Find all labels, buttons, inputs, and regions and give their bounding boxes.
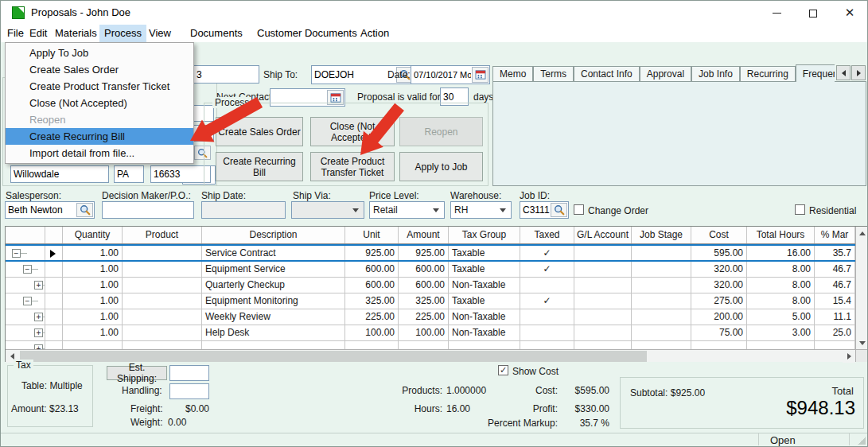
cell-tax-group[interactable]: Taxable bbox=[449, 262, 520, 277]
create-recurring-bill-button[interactable]: Create Recurring Bill bbox=[216, 152, 303, 181]
tree-cell[interactable]: + bbox=[6, 309, 45, 325]
cell-quantity[interactable] bbox=[63, 341, 123, 349]
cell-unit[interactable] bbox=[345, 341, 399, 349]
date-field[interactable] bbox=[411, 65, 490, 84]
cell-unit[interactable]: 100.00 bbox=[345, 325, 399, 340]
cell-taxed[interactable]: ✓ bbox=[520, 246, 574, 260]
menu-item-reopen[interactable]: Reopen bbox=[6, 111, 193, 128]
cell-amount[interactable]: 325.00 bbox=[399, 293, 449, 309]
cell-taxed[interactable] bbox=[520, 309, 574, 325]
salesperson-field[interactable] bbox=[5, 201, 95, 219]
cell-job-stage[interactable] bbox=[632, 309, 691, 325]
column-header[interactable]: Quantity bbox=[63, 227, 123, 243]
tree-cell[interactable]: + bbox=[6, 341, 45, 349]
vertical-scrollbar[interactable] bbox=[855, 227, 868, 349]
apply-to-job-button[interactable]: Apply to Job bbox=[399, 152, 483, 181]
column-header[interactable]: Cost bbox=[691, 227, 747, 243]
cell-total-hours[interactable]: 5.00 bbox=[747, 309, 815, 325]
cell-quantity[interactable]: 1.00 bbox=[63, 278, 123, 293]
column-header[interactable]: Product bbox=[123, 227, 202, 243]
cell-margin[interactable]: 15.4 bbox=[815, 293, 855, 309]
cell-job-stage[interactable] bbox=[632, 325, 691, 340]
cell-total-hours[interactable]: 16.00 bbox=[747, 246, 815, 260]
cell-gl-account[interactable] bbox=[574, 293, 632, 309]
cell-cost[interactable]: 320.00 bbox=[691, 262, 747, 277]
ship-to-input[interactable] bbox=[312, 66, 395, 84]
cell-amount[interactable]: 100.00 bbox=[399, 325, 449, 340]
table-row[interactable]: −1.00Equipment Service600.00600.00Taxabl… bbox=[6, 262, 855, 278]
menu-process[interactable]: Process bbox=[99, 25, 146, 42]
salesperson-input[interactable] bbox=[6, 202, 77, 218]
table-row[interactable]: +1.00Weekly Review225.00225.00Non-Taxabl… bbox=[6, 309, 855, 325]
column-header[interactable]: Tax Group bbox=[449, 227, 520, 243]
column-header[interactable]: Description bbox=[202, 227, 345, 243]
zip-field[interactable] bbox=[150, 165, 211, 183]
menu-item-apply-to-job[interactable]: Apply To Job bbox=[6, 45, 193, 61]
cell-amount[interactable]: 925.00 bbox=[399, 246, 449, 260]
cell-margin[interactable]: 46.7 bbox=[815, 262, 855, 277]
cell-total-hours[interactable]: 3.00 bbox=[747, 325, 815, 340]
scroll-down-icon[interactable] bbox=[856, 336, 868, 349]
tree-cell[interactable]: − bbox=[6, 293, 45, 309]
zip-input[interactable] bbox=[151, 166, 210, 182]
tree-cell[interactable]: − bbox=[6, 246, 45, 260]
state-input[interactable] bbox=[115, 166, 143, 182]
date-input[interactable] bbox=[411, 66, 473, 84]
city-field[interactable] bbox=[10, 165, 109, 183]
cell-margin[interactable]: 46.7 bbox=[815, 278, 855, 293]
column-header[interactable] bbox=[6, 227, 45, 243]
cell-cost[interactable]: 595.00 bbox=[691, 246, 747, 260]
cell-tax-group[interactable] bbox=[449, 341, 520, 349]
tab-memo[interactable]: Memo bbox=[492, 66, 533, 82]
handling-input[interactable] bbox=[170, 384, 208, 398]
cell-quantity[interactable]: 1.00 bbox=[63, 293, 123, 309]
maximize-button[interactable] bbox=[795, 1, 831, 25]
cell-margin[interactable]: 35.7 bbox=[815, 246, 855, 260]
column-header[interactable]: Total Hours bbox=[747, 227, 815, 243]
tab-scroll-left-icon[interactable] bbox=[836, 65, 850, 80]
tab-contact-info[interactable]: Contact Info bbox=[574, 66, 640, 82]
cell-margin[interactable]: 25.0 bbox=[815, 325, 855, 340]
row-selector[interactable] bbox=[45, 278, 63, 293]
cell-tax-group[interactable]: Non-Taxable bbox=[449, 309, 520, 325]
search-icon[interactable] bbox=[551, 203, 567, 217]
cell-cost[interactable]: 275.00 bbox=[691, 293, 747, 309]
cell-product[interactable] bbox=[123, 309, 202, 325]
decision-maker-field[interactable] bbox=[102, 201, 194, 219]
cell-quantity[interactable]: 1.00 bbox=[63, 309, 123, 325]
cell-taxed[interactable]: ✓ bbox=[520, 262, 574, 277]
menu-customer-documents[interactable]: Customer Documents bbox=[252, 25, 362, 42]
cell-cost[interactable]: 320.00 bbox=[691, 278, 747, 293]
cell-unit[interactable]: 925.00 bbox=[345, 246, 399, 260]
cell-cost[interactable]: 200.00 bbox=[691, 309, 747, 325]
state-field[interactable] bbox=[114, 165, 144, 183]
cell-description[interactable] bbox=[202, 341, 345, 349]
tab-frequency[interactable]: Frequency bbox=[796, 64, 835, 82]
column-header[interactable]: Job Stage bbox=[632, 227, 691, 243]
row-selector[interactable] bbox=[45, 309, 63, 325]
menu-item-close-not-accepted[interactable]: Close (Not Accepted) bbox=[6, 95, 193, 111]
column-header[interactable] bbox=[45, 227, 63, 243]
cell-cost[interactable] bbox=[691, 341, 747, 349]
tab-job-info[interactable]: Job Info bbox=[691, 66, 740, 82]
ship-via-select[interactable] bbox=[291, 201, 364, 219]
menu-item-create-sales-order[interactable]: Create Sales Order bbox=[6, 61, 193, 78]
table-row[interactable]: +1.00Quarterly Checkup600.00600.00Non-Ta… bbox=[6, 278, 855, 293]
cell-product[interactable] bbox=[123, 293, 202, 309]
cell-product[interactable] bbox=[123, 325, 202, 340]
table-row[interactable]: +1.00Help Desk100.00100.00Non-Taxable75.… bbox=[6, 325, 855, 341]
close-button[interactable]: ✕ bbox=[831, 1, 868, 25]
table-row[interactable]: −1.00Service Contract925.00925.00Taxable… bbox=[6, 244, 855, 262]
decision-maker-input[interactable] bbox=[103, 202, 193, 218]
cell-description[interactable]: Weekly Review bbox=[202, 309, 345, 325]
table-row[interactable]: −1.00Equipment Monitoring325.00325.00Tax… bbox=[6, 293, 855, 309]
horizontal-scrollbar[interactable] bbox=[6, 349, 855, 362]
menu-edit[interactable]: Edit bbox=[25, 25, 52, 42]
menu-item-import-detail-from-file[interactable]: Import detail from file... bbox=[6, 145, 193, 161]
menu-item-create-recurring-bill[interactable]: Create Recurring Bill bbox=[6, 128, 193, 145]
minimize-button[interactable] bbox=[758, 1, 795, 25]
cell-unit[interactable]: 225.00 bbox=[345, 309, 399, 325]
cell-tax-group[interactable]: Taxable bbox=[449, 293, 520, 309]
residential-checkbox[interactable] bbox=[795, 204, 805, 215]
menu-view[interactable]: View bbox=[144, 25, 176, 42]
